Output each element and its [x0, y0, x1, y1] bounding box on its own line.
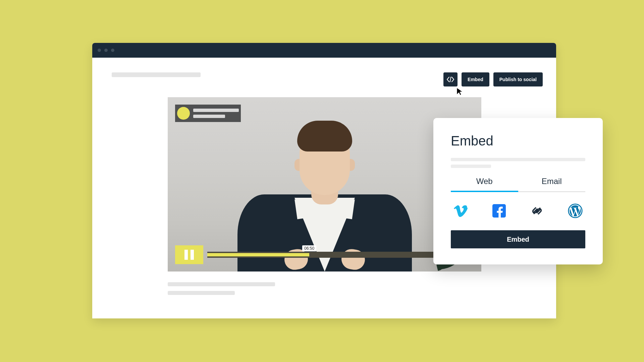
panel-text-placeholder [451, 158, 585, 161]
window-titlebar [92, 43, 556, 58]
brand-text-placeholder [193, 109, 239, 112]
tab-web[interactable]: Web [451, 173, 518, 192]
embed-code-button[interactable] [443, 72, 458, 86]
description-placeholder [168, 282, 275, 300]
facebook-icon [492, 204, 506, 218]
embed-tabs: Web Email [451, 173, 585, 192]
video-controls: 06:50 [175, 245, 474, 264]
vimeo-icon [453, 203, 468, 218]
timestamp-tooltip: 06:50 [302, 245, 316, 251]
code-icon [447, 77, 454, 82]
page-title-placeholder [112, 72, 201, 77]
provider-squarespace[interactable] [530, 203, 544, 218]
panel-text-placeholder [451, 165, 491, 168]
embed-panel-title: Embed [451, 133, 585, 148]
brand-logo-placeholder [177, 107, 190, 120]
squarespace-icon [530, 204, 544, 218]
provider-wordpress[interactable] [568, 203, 583, 218]
page-toolbar: Embed Publish to social [443, 72, 543, 86]
tab-email[interactable]: Email [518, 173, 586, 192]
seek-bar[interactable]: 06:50 [207, 251, 450, 258]
brand-text-placeholder [193, 115, 225, 118]
traffic-light-dot [104, 49, 108, 52]
traffic-light-dot [111, 49, 114, 52]
pause-button[interactable] [175, 245, 203, 264]
traffic-light-dot [98, 49, 101, 52]
embed-providers [451, 192, 585, 230]
embed-panel: Embed Web Email [433, 118, 603, 264]
pause-icon [184, 250, 194, 260]
publish-to-social-button[interactable]: Publish to social [493, 72, 543, 86]
embed-confirm-button[interactable]: Embed [451, 230, 585, 248]
wordpress-icon [568, 203, 583, 218]
provider-vimeo[interactable] [453, 203, 468, 218]
cursor-icon [456, 87, 464, 96]
embed-button[interactable]: Embed [462, 72, 489, 86]
provider-facebook[interactable] [492, 203, 506, 218]
